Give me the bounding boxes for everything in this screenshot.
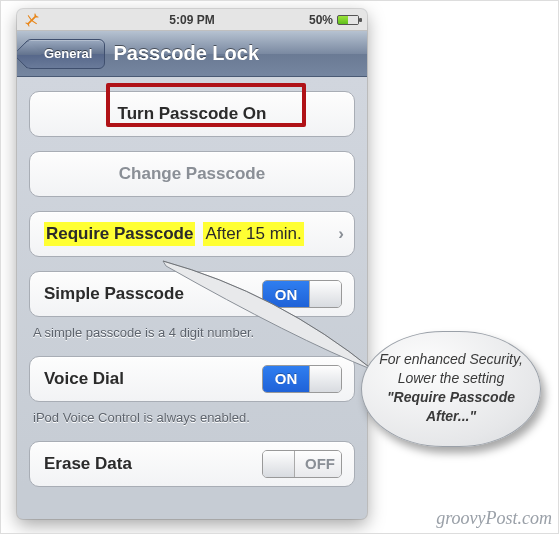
phone-frame: 5:09 PM 50% General Passcode Lock Turn P… bbox=[17, 9, 367, 519]
voice-dial-label: Voice Dial bbox=[44, 369, 124, 389]
nav-bar: General Passcode Lock bbox=[17, 31, 367, 77]
simple-passcode-note: A simple passcode is a 4 digit number. bbox=[33, 325, 351, 342]
chevron-right-icon: › bbox=[338, 224, 344, 244]
turn-passcode-on-cell[interactable]: Turn Passcode On bbox=[29, 91, 355, 137]
back-button-label: General bbox=[44, 46, 92, 61]
settings-list: Turn Passcode On Change Passcode Require… bbox=[17, 77, 367, 487]
voice-dial-toggle[interactable]: ON bbox=[262, 365, 342, 393]
annotation-callout: For enhanced Security, Lower the setting… bbox=[361, 331, 541, 447]
callout-text: For enhanced Security, Lower the setting bbox=[379, 351, 523, 386]
require-passcode-value: After 15 min. bbox=[203, 222, 303, 246]
voice-dial-cell: Voice Dial ON bbox=[29, 356, 355, 402]
toggle-on-label: ON bbox=[263, 281, 309, 307]
turn-passcode-on-label: Turn Passcode On bbox=[118, 104, 267, 124]
erase-data-toggle[interactable]: OFF bbox=[262, 450, 342, 478]
battery-icon bbox=[337, 15, 359, 25]
toggle-knob bbox=[309, 366, 341, 392]
watermark: groovyPost.com bbox=[436, 508, 552, 529]
change-passcode-cell[interactable]: Change Passcode bbox=[29, 151, 355, 197]
change-passcode-label: Change Passcode bbox=[119, 164, 265, 184]
require-passcode-label: Require Passcode bbox=[44, 222, 195, 246]
status-bar: 5:09 PM 50% bbox=[17, 9, 367, 31]
toggle-off-label: OFF bbox=[295, 451, 341, 477]
toggle-knob bbox=[263, 451, 295, 477]
simple-passcode-toggle[interactable]: ON bbox=[262, 280, 342, 308]
callout-quote: "Require Passcode After..." bbox=[387, 389, 515, 424]
erase-data-cell: Erase Data OFF bbox=[29, 441, 355, 487]
require-passcode-cell[interactable]: Require Passcode After 15 min. › bbox=[29, 211, 355, 257]
toggle-knob bbox=[309, 281, 341, 307]
erase-data-label: Erase Data bbox=[44, 454, 132, 474]
simple-passcode-cell: Simple Passcode ON bbox=[29, 271, 355, 317]
toggle-on-label: ON bbox=[263, 366, 309, 392]
voice-dial-note: iPod Voice Control is always enabled. bbox=[33, 410, 351, 427]
nav-title: Passcode Lock bbox=[113, 42, 259, 65]
back-button[interactable]: General bbox=[25, 39, 105, 69]
simple-passcode-label: Simple Passcode bbox=[44, 284, 184, 304]
battery-percent: 50% bbox=[309, 13, 333, 27]
